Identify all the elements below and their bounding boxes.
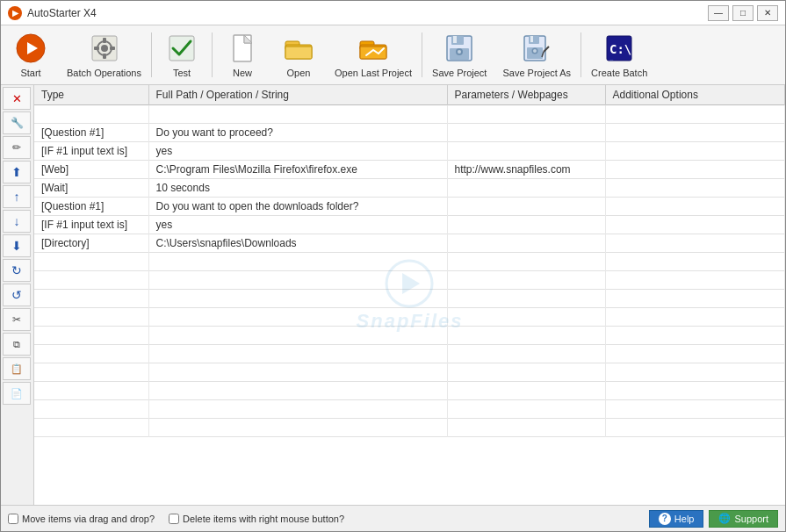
cell-params-6[interactable] xyxy=(447,216,605,234)
move-bottom-button[interactable]: ⬇ xyxy=(3,234,31,257)
cell-options-1[interactable] xyxy=(605,124,785,142)
cell-options-8[interactable] xyxy=(605,253,785,271)
table-row[interactable] xyxy=(34,308,785,327)
cell-params-15[interactable] xyxy=(447,382,605,400)
cell-full-16[interactable] xyxy=(148,400,447,419)
cell-full-4[interactable]: 10 seconds xyxy=(148,179,447,198)
cell-full-6[interactable]: yes xyxy=(148,216,447,234)
table-row[interactable] xyxy=(34,400,785,419)
cell-options-7[interactable] xyxy=(605,234,785,253)
table-row[interactable]: [Question #1]Do you want to open the dow… xyxy=(34,198,785,216)
move-down-button[interactable]: ↓ xyxy=(3,210,31,233)
table-row[interactable]: [Directory]C:\Users\snapfiles\Downloads xyxy=(34,234,785,253)
cell-type-12[interactable] xyxy=(34,327,148,345)
table-row[interactable]: [Wait]10 seconds xyxy=(34,179,785,198)
rotate-down-button[interactable]: ↺ xyxy=(3,284,31,306)
cell-full-3[interactable]: C:\Program Files\Mozilla Firefox\firefox… xyxy=(148,161,447,179)
cell-full-17[interactable] xyxy=(148,419,447,437)
table-row[interactable]: [Web]C:\Program Files\Mozilla Firefox\fi… xyxy=(34,161,785,179)
cell-full-13[interactable] xyxy=(148,345,447,363)
cell-type-8[interactable] xyxy=(34,253,148,271)
cell-type-2[interactable]: [IF #1 input text is] xyxy=(34,142,148,161)
table-row[interactable]: [IF #1 input text is]yes xyxy=(34,142,785,161)
cell-params-10[interactable] xyxy=(447,290,605,308)
help-button[interactable]: ? Help xyxy=(649,510,704,528)
cell-type-13[interactable] xyxy=(34,345,148,363)
cell-type-6[interactable]: [IF #1 input text is] xyxy=(34,216,148,234)
cell-options-5[interactable] xyxy=(605,198,785,216)
cell-options-3[interactable] xyxy=(605,161,785,179)
cell-type-5[interactable]: [Question #1] xyxy=(34,198,148,216)
drag-drop-checkbox[interactable] xyxy=(8,514,18,524)
cell-full-10[interactable] xyxy=(148,290,447,308)
cell-params-3[interactable]: http://www.snapfiles.com xyxy=(447,161,605,179)
cell-params-5[interactable] xyxy=(447,198,605,216)
rotate-up-button[interactable]: ↻ xyxy=(3,259,31,282)
cell-params-9[interactable] xyxy=(447,271,605,290)
cell-type-9[interactable] xyxy=(34,271,148,290)
cell-options-13[interactable] xyxy=(605,345,785,363)
cell-type-7[interactable]: [Directory] xyxy=(34,234,148,253)
cell-type-15[interactable] xyxy=(34,382,148,400)
save-as-button[interactable]: Save Project As xyxy=(494,29,579,81)
cell-options-10[interactable] xyxy=(605,290,785,308)
cell-options-12[interactable] xyxy=(605,327,785,345)
close-button[interactable]: ✕ xyxy=(757,5,778,21)
table-row[interactable] xyxy=(34,363,785,382)
cell-params-16[interactable] xyxy=(447,400,605,419)
table-row[interactable]: [Question #1]Do you want to proceed? xyxy=(34,124,785,142)
table-area[interactable]: SnapFiles Type Full Path / Operation / S… xyxy=(34,85,785,505)
open-last-button[interactable]: Open Last Project xyxy=(327,29,420,81)
main-table[interactable]: Type Full Path / Operation / String Para… xyxy=(34,85,785,437)
cell-options-14[interactable] xyxy=(605,363,785,382)
cell-type-16[interactable] xyxy=(34,400,148,419)
cell-options-2[interactable] xyxy=(605,142,785,161)
cell-params-13[interactable] xyxy=(447,345,605,363)
cell-full-15[interactable] xyxy=(148,382,447,400)
move-top-button[interactable]: ⬆ xyxy=(3,161,31,183)
cell-params-14[interactable] xyxy=(447,363,605,382)
start-button[interactable]: Start xyxy=(3,29,59,81)
cell-type-10[interactable] xyxy=(34,290,148,308)
cell-type-1[interactable]: [Question #1] xyxy=(34,124,148,142)
cell-full-11[interactable] xyxy=(148,308,447,327)
cell-options-6[interactable] xyxy=(605,216,785,234)
cell-full-8[interactable] xyxy=(148,253,447,271)
open-button[interactable]: Open xyxy=(270,29,327,81)
cell-full-0[interactable] xyxy=(148,105,447,124)
cell-params-11[interactable] xyxy=(447,308,605,327)
cell-type-0[interactable] xyxy=(34,105,148,124)
table-row[interactable] xyxy=(34,382,785,400)
new-button[interactable]: New xyxy=(214,29,270,81)
cut-button[interactable]: ✂ xyxy=(3,308,31,331)
paste2-button[interactable]: 📄 xyxy=(3,382,31,405)
cell-type-14[interactable] xyxy=(34,363,148,382)
copy-button[interactable]: ⧉ xyxy=(3,333,31,356)
support-button[interactable]: 🌐 Support xyxy=(709,510,778,528)
delete-checkbox[interactable] xyxy=(169,514,179,524)
edit-button[interactable]: 🔧 xyxy=(3,111,31,134)
cell-params-0[interactable] xyxy=(447,105,605,124)
cell-options-17[interactable] xyxy=(605,419,785,437)
cell-options-9[interactable] xyxy=(605,271,785,290)
cell-options-0[interactable] xyxy=(605,105,785,124)
cell-params-8[interactable] xyxy=(447,253,605,271)
cell-options-4[interactable] xyxy=(605,179,785,198)
cell-full-12[interactable] xyxy=(148,327,447,345)
cell-full-9[interactable] xyxy=(148,271,447,290)
table-row[interactable] xyxy=(34,419,785,437)
delete-button[interactable]: ✕ xyxy=(3,87,31,110)
cell-full-14[interactable] xyxy=(148,363,447,382)
table-row[interactable]: [IF #1 input text is]yes xyxy=(34,216,785,234)
save-button[interactable]: Save Project xyxy=(424,29,494,81)
paste-button[interactable]: 📋 xyxy=(3,357,31,380)
minimize-button[interactable]: — xyxy=(708,5,729,21)
cell-options-11[interactable] xyxy=(605,308,785,327)
cell-full-5[interactable]: Do you want to open the downloads folder… xyxy=(148,198,447,216)
table-row[interactable] xyxy=(34,271,785,290)
cell-type-11[interactable] xyxy=(34,308,148,327)
cell-type-4[interactable]: [Wait] xyxy=(34,179,148,198)
cell-options-15[interactable] xyxy=(605,382,785,400)
cell-params-2[interactable] xyxy=(447,142,605,161)
create-batch-button[interactable]: C:\ _ Create Batch xyxy=(583,29,655,81)
